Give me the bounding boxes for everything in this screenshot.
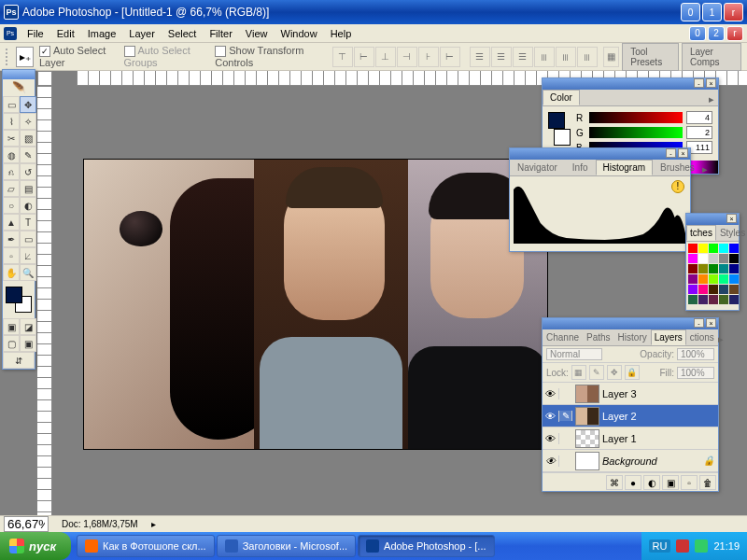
layer-row[interactable]: 👁Layer 3 (543, 383, 718, 405)
menu-filter[interactable]: Filter (203, 26, 238, 41)
zoom-level-input[interactable] (4, 516, 49, 532)
brush-tool[interactable]: ✎ (20, 147, 36, 163)
panel-menu-button[interactable]: ▸ (718, 333, 724, 345)
screen-mode-2-button[interactable]: ▣ (20, 335, 36, 352)
histogram-panel[interactable]: -× Navigator Info Histogram Brushes ▸ ! (509, 147, 691, 252)
pen-tool[interactable]: ✒ (3, 231, 20, 247)
close-button[interactable]: r (724, 3, 743, 21)
show-transform-controls-checkbox[interactable]: Show Transform Controls (215, 45, 323, 68)
history-tab[interactable]: History (614, 329, 651, 345)
layers-panel[interactable]: -× Channe Paths History Layers ctions ▸ … (542, 317, 719, 492)
path-selection-tool[interactable]: ▲ (3, 214, 20, 231)
align-vcenter-icon[interactable]: ⊢ (354, 47, 374, 67)
visibility-eye-icon[interactable]: 👁 (543, 455, 559, 467)
swatch[interactable] (719, 244, 728, 253)
slice-tool[interactable]: ▧ (20, 130, 36, 147)
swatch[interactable] (688, 264, 698, 273)
tool-preset-picker[interactable]: ▸₊ (16, 47, 34, 67)
swatch[interactable] (719, 254, 728, 263)
document-canvas[interactable] (84, 160, 547, 449)
auto-select-groups-checkbox[interactable]: Auto Select Groups (124, 45, 210, 68)
link-layers-button[interactable]: ⌘ (606, 475, 623, 490)
clock[interactable]: 21:19 (713, 540, 740, 552)
menu-view[interactable]: View (239, 26, 275, 41)
swatch[interactable] (709, 264, 718, 273)
panel-minimize-button[interactable]: - (694, 318, 704, 328)
ruler-origin[interactable] (37, 71, 52, 86)
notes-tool[interactable]: ▫ (3, 247, 20, 264)
swatch[interactable] (688, 295, 698, 304)
foreground-color-swatch[interactable] (6, 287, 22, 303)
lasso-tool[interactable]: ⌇ (3, 113, 20, 130)
align-left-icon[interactable]: ⊣ (397, 47, 417, 67)
system-tray[interactable]: RU 21:19 (641, 532, 747, 560)
foreground-background-colors[interactable] (6, 287, 32, 313)
swatch[interactable] (688, 244, 698, 253)
clone-stamp-tool[interactable]: ⎌ (3, 163, 20, 180)
align-hcenter-icon[interactable]: ⊦ (418, 47, 439, 67)
vertical-ruler[interactable] (37, 86, 52, 515)
taskbar-item[interactable]: Как в Фотошопе скл... (77, 535, 215, 557)
green-slider[interactable] (589, 127, 683, 138)
brushes-tab[interactable]: Brushes (653, 160, 702, 175)
tray-icon[interactable] (695, 539, 708, 553)
swatch[interactable] (719, 274, 728, 284)
histogram-tab[interactable]: Histogram (596, 160, 654, 175)
panel-close-button[interactable]: × (678, 148, 688, 158)
status-menu-chevron-icon[interactable]: ▸ (151, 519, 156, 529)
layer-row[interactable]: 👁Layer 1 (543, 427, 718, 450)
new-layer-button[interactable]: ▫ (681, 475, 698, 490)
color-tab[interactable]: Color (543, 90, 580, 105)
tool-presets-tab[interactable]: Tool Presets (622, 43, 679, 71)
layer-thumbnail[interactable] (575, 429, 599, 448)
swatch[interactable] (729, 274, 739, 284)
align-top-icon[interactable]: ⊤ (332, 47, 353, 67)
fill-input[interactable]: 100% (677, 367, 714, 379)
swatch[interactable] (719, 264, 728, 273)
swatch[interactable] (729, 264, 739, 273)
swatch[interactable] (719, 285, 728, 294)
move-tool[interactable]: ✥ (20, 96, 36, 113)
lock-transparency-button[interactable]: ▦ (571, 365, 586, 380)
palette-well-button[interactable]: ▦ (603, 47, 620, 67)
panel-close-button[interactable]: × (706, 318, 716, 328)
panel-minimize-button[interactable]: - (666, 148, 676, 158)
distribute-vcenter-icon[interactable]: ☰ (491, 47, 512, 67)
taskbar-item[interactable]: Заголовки - Microsof... (217, 535, 356, 557)
swatch[interactable] (729, 254, 739, 263)
red-slider[interactable] (589, 112, 683, 123)
layer-row[interactable]: 👁✎Layer 2 (543, 405, 718, 427)
swatch[interactable] (709, 285, 718, 294)
doc-restore-button[interactable]: 2 (708, 26, 725, 41)
zoom-tool[interactable]: 🔍 (20, 264, 36, 281)
link-cell[interactable]: ✎ (559, 411, 572, 421)
visibility-eye-icon[interactable]: 👁 (543, 388, 559, 399)
swatch[interactable] (729, 285, 739, 294)
layer-name[interactable]: Layer 3 (602, 388, 637, 399)
swatch[interactable] (719, 295, 728, 304)
jump-to-imageready-button[interactable]: ⇵ (3, 352, 35, 369)
layer-name[interactable]: Layer 2 (602, 411, 637, 422)
layer-style-button[interactable]: ● (625, 475, 641, 490)
styles-tab[interactable]: Styles (716, 225, 747, 241)
panel-menu-button[interactable]: ▸ (702, 163, 708, 175)
minimize-button[interactable]: 0 (681, 3, 700, 21)
layer-thumbnail[interactable] (575, 385, 599, 403)
auto-select-layer-checkbox[interactable]: ✓Auto Select Layer (39, 45, 119, 68)
paths-tab[interactable]: Paths (583, 329, 614, 345)
panel-minimize-button[interactable]: - (694, 78, 704, 88)
menu-file[interactable]: File (21, 26, 50, 41)
swatches-tab[interactable]: tches (686, 225, 716, 241)
swatch[interactable] (709, 254, 718, 263)
dodge-tool[interactable]: ◐ (20, 197, 36, 214)
lock-all-button[interactable]: 🔒 (625, 365, 640, 380)
eraser-tool[interactable]: ▱ (3, 180, 20, 197)
blur-tool[interactable]: ○ (3, 197, 20, 214)
layer-thumbnail[interactable] (575, 407, 599, 426)
layer-name[interactable]: Layer 1 (602, 433, 637, 444)
swatch[interactable] (698, 254, 708, 263)
swatch[interactable] (698, 244, 708, 253)
new-group-button[interactable]: ▣ (662, 475, 679, 490)
panel-close-button[interactable]: × (706, 78, 716, 88)
history-brush-tool[interactable]: ↺ (20, 163, 36, 180)
